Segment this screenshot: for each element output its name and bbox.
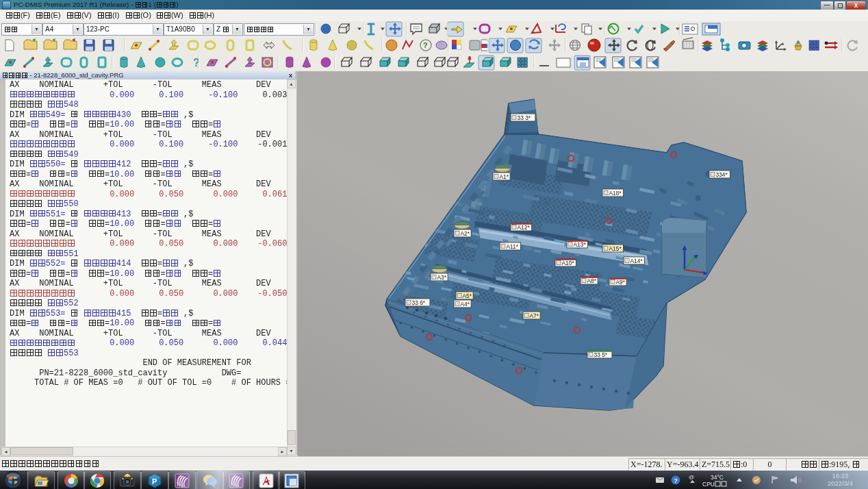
svg-text:A4*: A4* (461, 301, 470, 308)
svg-text:A13*: A13* (574, 241, 587, 248)
svg-text:A8*: A8* (587, 277, 597, 284)
svg-text:A18*: A18* (609, 190, 622, 197)
svg-text:A5*: A5* (463, 292, 472, 299)
svg-text:A7*: A7* (530, 312, 539, 319)
svg-text:A12*: A12* (518, 224, 531, 231)
svg-text:?: ? (674, 477, 678, 484)
svg-text:33 3*: 33 3* (518, 114, 531, 121)
svg-text:P: P (152, 477, 157, 486)
svg-text:A10*: A10* (562, 260, 575, 266)
svg-text:33 5*: 33 5* (594, 351, 608, 358)
svg-text:A2*: A2* (461, 230, 470, 237)
svg-text:33 6*: 33 6* (412, 299, 426, 306)
svg-text:@: @ (689, 474, 694, 480)
svg-text:A3*: A3* (437, 274, 447, 281)
svg-text:A14*: A14* (630, 258, 643, 264)
svg-text:A9*: A9* (616, 279, 626, 286)
svg-text:A1*: A1* (500, 173, 509, 180)
svg-text:A15*: A15* (609, 245, 622, 252)
svg-text:?: ? (423, 41, 428, 49)
svg-text:A11*: A11* (507, 243, 519, 250)
svg-text:334*: 334* (716, 171, 728, 178)
